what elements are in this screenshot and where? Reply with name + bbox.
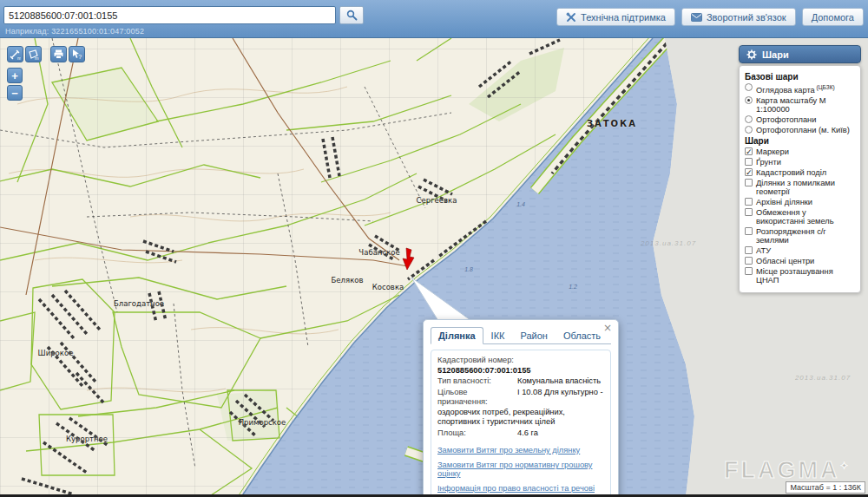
tools-icon xyxy=(566,12,576,23)
radio-icon[interactable] xyxy=(745,96,753,104)
checkbox-icon[interactable]: ✓ xyxy=(745,168,753,176)
field-label: Площа: xyxy=(437,428,517,439)
parcel-field: Цільове призначення:І 10.08 Для культурн… xyxy=(437,388,604,428)
print-icon xyxy=(53,49,64,60)
identify-icon: ? xyxy=(71,49,82,60)
parcel-popup: × ДілянкаІККРайонОбласть Кадастровий ном… xyxy=(423,319,619,497)
zoom-out-button[interactable]: − xyxy=(7,85,23,101)
overlay-layer-label: Обласні центри xyxy=(756,257,814,265)
overlay-layer-option[interactable]: Розпорядження с/г землями xyxy=(745,227,855,245)
field-value: 4.6 га xyxy=(517,428,538,437)
field-value: Комунальна власність xyxy=(517,376,601,385)
overlay-layer-label: Маркери xyxy=(756,147,789,156)
overlay-layer-option[interactable]: ✓Кадастровий поділ xyxy=(745,168,855,177)
top-bar: Наприклад: 3221655100:01:047:0052 Техніч… xyxy=(0,0,868,38)
scale-label: Масштаб = 1 : 136К xyxy=(786,481,865,494)
feedback-label: Зворотний зв'язок xyxy=(707,12,786,23)
overlay-layer-option[interactable]: Архівні ділянки xyxy=(745,198,855,206)
checkbox-icon[interactable] xyxy=(745,267,753,275)
base-layer-option[interactable]: Ортофотоплани (м. Київ) xyxy=(745,126,855,134)
overlay-layer-option[interactable]: АТУ xyxy=(745,246,855,255)
overlay-layer-option[interactable]: Ґрунти xyxy=(745,158,855,167)
help-button[interactable]: Допомога xyxy=(802,8,864,26)
identify-button[interactable]: ? xyxy=(69,46,85,62)
field-label: Цільове призначення: xyxy=(437,388,517,408)
parcel-field: Кадастровий номер:5120885600:07:001:0155 xyxy=(437,356,604,376)
field-label: Тип власності: xyxy=(437,376,517,387)
search-button[interactable] xyxy=(339,6,364,24)
layers-panel: Базові шари Оглядова карта (ЦБЗК)Карта м… xyxy=(739,65,861,293)
order-extract-link[interactable]: Замовити Витяг про земельну ділянку xyxy=(437,446,604,454)
overlay-layer-option[interactable]: Обласні центри xyxy=(745,257,855,265)
print-button[interactable] xyxy=(50,46,67,62)
base-layer-label: Карта масштабу М 1:100000 xyxy=(756,96,855,114)
base-layer-label: Ортофотоплани xyxy=(756,115,816,124)
measure-area-icon: m xyxy=(28,49,39,60)
gear-icon xyxy=(746,49,757,60)
checkbox-icon[interactable]: ✓ xyxy=(745,147,753,155)
parcel-info-box: Кадастровий номер:5120885600:07:001:0155… xyxy=(431,350,611,497)
base-layer-option[interactable]: Ортофотоплани xyxy=(745,115,855,124)
checkbox-icon[interactable] xyxy=(745,246,753,254)
checkbox-icon[interactable] xyxy=(745,179,753,186)
measure-distance-icon: m xyxy=(10,49,21,60)
field-label: Кадастровий номер: xyxy=(437,356,517,366)
overlay-layer-label: Розпорядження с/г землями xyxy=(756,227,855,245)
field-value: 5120885600:07:001:0155 xyxy=(437,366,531,375)
base-layers-title: Базові шари xyxy=(745,72,855,82)
overlay-layer-option[interactable]: ✓Маркери xyxy=(745,147,855,156)
overlay-layer-option[interactable]: Місце розташування ЦНАП xyxy=(745,267,855,284)
base-layer-option[interactable]: Оглядова карта (ЦБЗК) xyxy=(745,83,855,95)
base-layer-label: Ортофотоплани (м. Київ) xyxy=(756,126,850,134)
parcel-field: Тип власності:Комунальна власність xyxy=(437,376,604,387)
overlay-layer-label: Ґрунти xyxy=(756,158,781,167)
checkbox-icon[interactable] xyxy=(745,208,753,216)
help-label: Допомога xyxy=(812,12,854,23)
radio-icon[interactable] xyxy=(745,126,753,134)
popup-tabs: ДілянкаІККРайонОбласть xyxy=(431,327,611,344)
map-toolbar: m m ? xyxy=(7,46,87,62)
overlay-layer-label: Місце розташування ЦНАП xyxy=(756,267,855,284)
overlay-layer-option[interactable]: Обмеження у використанні земель xyxy=(745,208,855,226)
search-hint: Наприклад: 3221655100:01:047:0052 xyxy=(5,27,144,36)
parcel-field: Площа:4.6 га xyxy=(437,428,604,439)
order-extract-link[interactable]: Замовити Витяг про нормативну грошову оц… xyxy=(437,461,604,478)
svg-text:?: ? xyxy=(78,54,82,60)
feedback-button[interactable]: Зворотний зв'язок xyxy=(681,8,796,26)
tab-Область[interactable]: Область xyxy=(556,327,608,344)
checkbox-icon[interactable] xyxy=(745,198,753,206)
radio-icon[interactable] xyxy=(745,83,753,91)
measure-distance-button[interactable]: m xyxy=(7,46,23,62)
tech-support-label: Технічна підтримка xyxy=(581,12,666,23)
overlay-layer-label: Архівні ділянки xyxy=(756,198,812,206)
checkbox-icon[interactable] xyxy=(745,158,753,166)
search-input[interactable] xyxy=(3,6,336,24)
overlay-layer-option[interactable]: Ділянки з помилками геометрії xyxy=(745,179,855,196)
overlay-layer-label: Обмеження у використанні земель xyxy=(756,208,855,226)
tab-Район[interactable]: Район xyxy=(512,327,555,344)
radio-icon[interactable] xyxy=(745,115,753,123)
overlay-layer-label: Ділянки з помилками геометрії xyxy=(756,179,855,196)
zoom-in-button[interactable]: + xyxy=(7,68,23,83)
tab-Ділянка[interactable]: Ділянка xyxy=(431,327,483,344)
envelope-icon xyxy=(691,13,702,22)
overlay-layers-title: Шари xyxy=(745,136,855,146)
checkbox-icon[interactable] xyxy=(745,227,753,235)
checkbox-icon[interactable] xyxy=(745,257,753,265)
measure-area-button[interactable]: m xyxy=(25,46,42,62)
base-layer-label: Оглядова карта (ЦБЗК) xyxy=(756,83,835,95)
overlay-layer-label: АТУ xyxy=(756,246,771,255)
layers-panel-header[interactable]: Шари xyxy=(739,45,861,63)
zoom-control: + − xyxy=(7,68,23,101)
close-icon[interactable]: × xyxy=(603,323,612,333)
base-layer-option[interactable]: Карта масштабу М 1:100000 xyxy=(745,96,855,114)
layers-panel-title: Шари xyxy=(762,49,789,60)
magnifier-icon xyxy=(346,10,358,21)
svg-text:m: m xyxy=(17,56,21,61)
overlay-layer-label: Кадастровий поділ xyxy=(756,168,826,177)
svg-text:m: m xyxy=(35,56,39,60)
tab-ІКК[interactable]: ІКК xyxy=(483,327,513,344)
tech-support-button[interactable]: Технічна підтримка xyxy=(556,8,675,26)
